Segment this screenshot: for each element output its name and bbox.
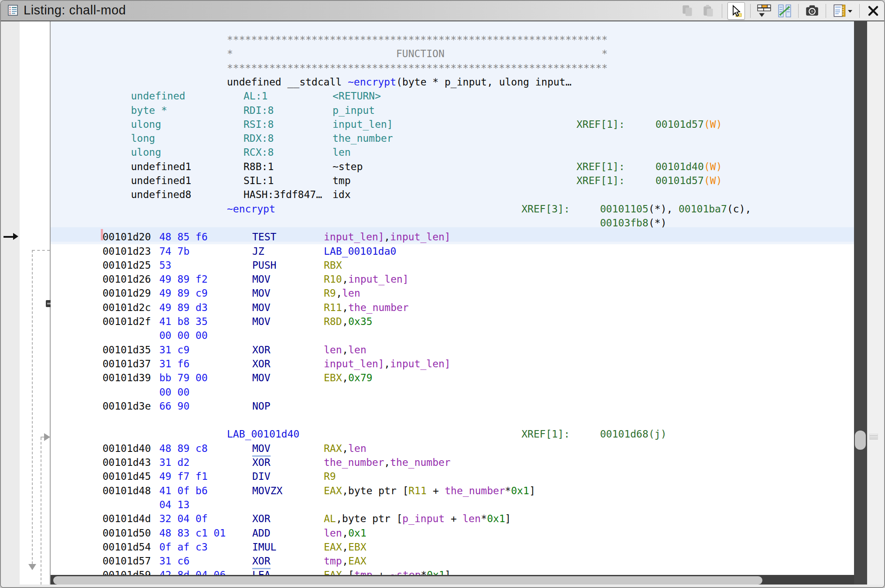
listing-segment: XOR	[252, 343, 271, 357]
vertical-scrollbar[interactable]	[854, 21, 867, 586]
listing-line[interactable]: ****************************************…	[51, 33, 854, 47]
listing-segment: undefined8	[131, 188, 191, 202]
listing-line[interactable]: ulongRCX:8len	[51, 145, 854, 160]
listing-segment: ,	[384, 230, 390, 244]
listing-segment: 00101d37	[103, 357, 151, 371]
listing-line[interactable]: 00101d2553PUSHRBX	[51, 258, 854, 273]
listing-segment: the_number	[445, 484, 505, 498]
listing-segment: undefined	[131, 89, 185, 103]
listing-line[interactable]: 00101d4331 d2XORthe_number,the_number	[51, 455, 854, 470]
listing-line[interactable]: undefined1SIL:1tmpXREF[1]:00101d57(W)	[51, 174, 854, 188]
listing-line[interactable]: undefined8HASH:3fdf847…idx	[51, 188, 854, 202]
listing-line[interactable]: 00101d3e66 90NOP	[51, 399, 854, 414]
listing-line[interactable]: undefined __stdcall ~encrypt(byte * p_in…	[51, 75, 854, 89]
snapshot-button[interactable]	[804, 3, 820, 19]
listing-line[interactable]: longRDX:8the_number	[51, 131, 854, 146]
listing-segment: 00101d68	[600, 427, 648, 441]
listing-segment: *	[421, 568, 427, 575]
listing-segment: 00101d23	[103, 244, 151, 258]
listing-line[interactable]: 00101d39bb 79 00MOVEBX,0x79	[51, 371, 854, 385]
close-button[interactable]	[865, 3, 882, 19]
listing-line[interactable]: 00101d5731 c6XORtmp,EAX	[51, 554, 854, 568]
edit-fields-button[interactable]	[756, 3, 772, 19]
listing-segment: 0x35	[348, 315, 372, 328]
listing-segment: ~step	[333, 160, 363, 174]
listing-segment: ****************************************…	[227, 61, 607, 75]
listing-line[interactable]: 00101d2949 89 c9MOVR9,len	[51, 286, 854, 301]
listing-line[interactable]: 00103fb8(*)	[51, 216, 854, 230]
listing-segment: len	[324, 343, 342, 357]
listing-line[interactable]: * FUNCTION *	[51, 47, 854, 61]
listing-segment: undefined __stdcall	[227, 75, 348, 89]
listing-line[interactable]: 00101d4841 0f b6MOVZXEAX,byte ptr [R11 +…	[51, 484, 854, 498]
listing-segment: 0f af c3	[159, 540, 208, 554]
paste-button[interactable]	[700, 3, 717, 19]
listing-segment: XREF[3]:	[521, 202, 570, 216]
listing-line[interactable]: 00101d2374 7bJZLAB_00101da0	[51, 244, 854, 259]
listing-segment: ,	[336, 286, 342, 300]
listing-segment: 00101d40	[655, 160, 704, 174]
listing-segment: XOR	[252, 455, 271, 469]
copy-button[interactable]	[679, 3, 696, 19]
listing-viewport[interactable]: ****************************************…	[51, 21, 854, 575]
listing-segment: MOV	[252, 371, 271, 385]
listing-line[interactable]: 00101d5942 8d 04 06LEAEAX,[tmp + ~step*0…	[51, 568, 854, 575]
listing-segment: RCX:8	[244, 145, 274, 159]
listing-segment: PUSH	[252, 258, 276, 272]
listing-line[interactable]: 00101d2f41 b8 35MOVR8D,0x35	[51, 315, 854, 329]
listing-segment: XOR	[252, 512, 271, 526]
listing-line[interactable]: ~encryptXREF[3]:00101105(*), 00101ba7(c)…	[51, 202, 854, 216]
listing-line[interactable]: ****************************************…	[51, 61, 854, 75]
listing-line[interactable]: undefined1R8B:1~stepXREF[1]:00101d40(W)	[51, 160, 854, 174]
listing-display-options-button[interactable]	[831, 3, 854, 19]
listing-line[interactable]: 00101d2c49 89 d3MOVR11,the_number	[51, 301, 854, 315]
listing-segment: 00101d2f	[103, 315, 151, 328]
listing-segment: R8B:1	[244, 160, 274, 174]
listing-line[interactable]	[51, 413, 854, 427]
listing-segment: XREF[1]:	[576, 117, 625, 131]
panel-grip[interactable]	[869, 434, 878, 440]
listing-line[interactable]: 00101d540f af c3IMULEAX,EBX	[51, 540, 854, 554]
listing-line[interactable]: 04 13	[51, 498, 854, 512]
listing-segment: IMUL	[252, 540, 276, 554]
listing-segment: ,[	[342, 568, 354, 575]
listing-line[interactable]: 00101d2048 85 f6TESTinput_len],input_len…	[51, 230, 854, 244]
listing-segment: ,	[384, 455, 390, 469]
listing-segment: (*),	[648, 202, 679, 216]
listing-segment: 00101d45	[103, 469, 151, 483]
listing-segment: ,	[342, 272, 348, 286]
cursor-location-button[interactable]	[727, 2, 745, 20]
window-titlebar[interactable]: Listing: chall-mod	[1, 1, 884, 21]
listing-segment: 41 b8 35	[159, 315, 208, 328]
vertical-scrollbar-thumb[interactable]	[855, 431, 866, 450]
listing-line[interactable]: undefinedAL:1<RETURN>	[51, 89, 854, 103]
listing-segment: 53	[159, 258, 172, 272]
listing-segment: ,	[342, 343, 348, 357]
listing-segment: input_len]	[333, 117, 393, 131]
listing-segment: 31 f6	[159, 357, 189, 371]
listing-segment: (j)	[648, 427, 667, 441]
listing-line[interactable]: 00101d2649 89 f2MOVR10,input_len]	[51, 272, 854, 287]
listing-segment: 00101d39	[103, 371, 151, 385]
listing-segment: XOR	[252, 554, 271, 569]
listing-line[interactable]: byte *RDI:8p_input	[51, 103, 854, 118]
listing-segment: HASH:3fdf847…	[244, 188, 322, 202]
listing-line[interactable]: ulongRSI:8input_len]XREF[1]:00101d57(W)	[51, 117, 854, 132]
listing-segment: idx	[333, 188, 351, 202]
listing-line[interactable]: 00101d4549 f7 f1DIVR9	[51, 469, 854, 484]
listing-line[interactable]: LAB_00101d40XREF[1]:00101d68(j)	[51, 427, 854, 441]
listing-segment: XREF[1]:	[576, 174, 625, 188]
listing-line[interactable]: 00101d3531 c9XORlen,len	[51, 343, 854, 357]
listing-line[interactable]: 00 00	[51, 385, 854, 400]
horizontal-scrollbar-thumb[interactable]	[53, 576, 762, 585]
listing-line[interactable]: 00101d5048 83 c1 01ADDlen,0x1	[51, 526, 854, 540]
diff-view-button[interactable]	[776, 3, 793, 19]
listing-segment: 49 89 c9	[159, 286, 208, 300]
listing-line[interactable]: 00101d4d32 04 0fXORAL,byte ptr [p_input …	[51, 512, 854, 526]
listing-line[interactable]: 00101d4048 89 c8MOVRAX,len	[51, 441, 854, 456]
listing-line[interactable]: 00 00 00	[51, 328, 854, 343]
listing-segment: JZ	[252, 244, 264, 258]
listing-line[interactable]: 00101d3731 f6XORinput_len],input_len]	[51, 357, 854, 371]
chevron-down-icon	[847, 9, 853, 13]
listing-segment: *	[505, 484, 511, 498]
